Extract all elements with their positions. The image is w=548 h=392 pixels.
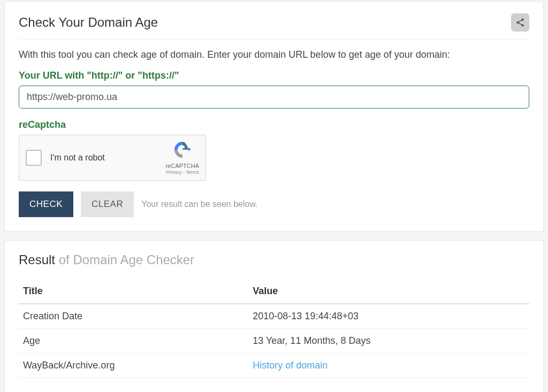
column-title: Title [19,279,248,304]
column-value: Value [248,279,529,304]
url-input[interactable] [19,86,529,109]
share-button[interactable] [511,13,529,32]
table-row: Age13 Year, 11 Months, 8 Days [19,329,529,353]
row-title: Creation Date [19,304,248,329]
recaptcha-links[interactable]: Privacy - Terms [166,170,199,176]
checker-card: Check Your Domain Age With this tool you… [4,1,544,232]
result-card: Result of Domain Age Checker Title Value… [4,240,544,392]
clear-button[interactable]: CLEAR [81,191,134,217]
row-value: 2010-08-13 19:44:48+03 [248,304,529,329]
recaptcha-label: reCaptcha [19,119,529,130]
recaptcha-branding: reCAPTCHA Privacy - Terms [166,140,199,176]
row-value: 13 Year, 11 Months, 8 Days [248,329,529,353]
recaptcha-text: I'm not a robot [50,153,166,163]
recaptcha-widget: I'm not a robot reCAPTCHA Privacy - Term… [19,135,206,181]
share-icon [515,18,525,27]
result-table: Title Value Creation Date2010-08-13 19:4… [19,279,529,378]
result-title-muted: of Domain Age Checker [55,252,194,267]
row-title: WayBack/Archive.org [19,353,248,378]
result-hint: Your result can be seen below. [141,199,257,209]
row-value: History of domain [248,353,529,378]
button-row: CHECK CLEAR Your result can be seen belo… [19,191,529,217]
row-title: Age [19,329,248,353]
table-row: Creation Date2010-08-13 19:44:48+03 [19,304,529,329]
page-title: Check Your Domain Age [19,15,158,30]
result-title: Result of Domain Age Checker [19,252,529,267]
url-label: Your URL with "http://" or "https://" [19,70,529,81]
recaptcha-icon [173,140,192,159]
intro-text: With this tool you can check age of doma… [19,49,529,60]
check-button[interactable]: CHECK [19,191,73,217]
card-header: Check Your Domain Age [19,13,529,40]
recaptcha-brand: reCAPTCHA [166,162,199,170]
table-row: WayBack/Archive.orgHistory of domain [19,353,529,378]
result-title-strong: Result [19,252,55,267]
history-link[interactable]: History of domain [253,360,328,371]
recaptcha-checkbox[interactable] [26,150,42,166]
